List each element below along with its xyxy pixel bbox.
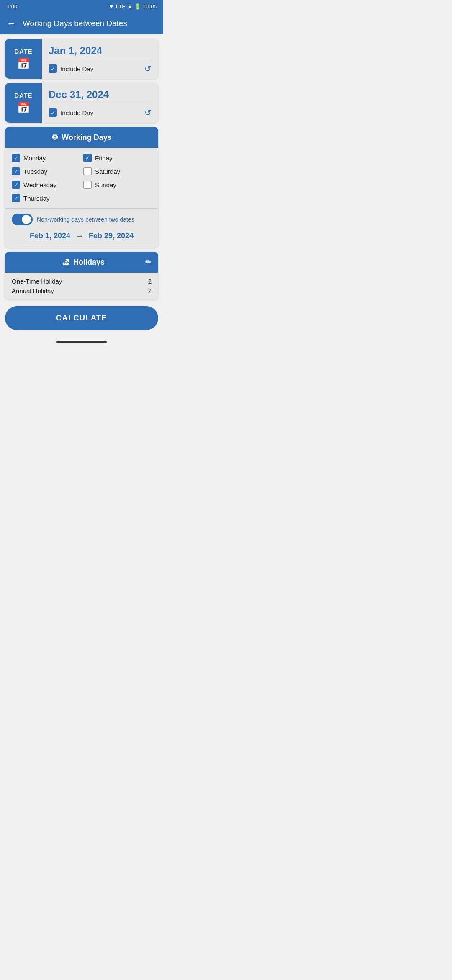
date2-include-label: Include Day: [60, 109, 93, 116]
holiday-annual-label: Annual Holiday: [12, 287, 54, 294]
non-working-label: Non-working days between two dates: [37, 216, 134, 223]
holidays-body: One-Time Holiday 2 Annual Holiday 2: [5, 273, 158, 299]
signal-icon: ▲: [127, 3, 133, 10]
working-days-card: ⚙ Working Days ✓ Monday ✓ Friday ✓ Tuesd…: [5, 127, 158, 248]
range-arrow-icon: →: [75, 231, 84, 241]
date1-card: DATE 📅 Jan 1, 2024 ✓ Include Day ↺: [5, 39, 158, 79]
checkbox-saturday[interactable]: [83, 167, 92, 175]
label-thursday: Thursday: [23, 195, 50, 202]
toggle-row: Non-working days between two dates: [12, 214, 152, 225]
date1-card-left[interactable]: DATE 📅: [5, 39, 42, 79]
battery-icon: 🔋: [134, 3, 141, 10]
checkbox-wednesday[interactable]: ✓: [12, 181, 20, 189]
holidays-header: 🏖 Holidays ✏: [5, 252, 158, 273]
label-saturday: Saturday: [95, 168, 120, 175]
working-days-header: ⚙ Working Days: [5, 127, 158, 148]
checkbox-thursday[interactable]: ✓: [12, 194, 20, 202]
label-monday: Monday: [23, 155, 46, 162]
date1-include-row: ✓ Include Day ↺: [49, 64, 152, 74]
range-from[interactable]: Feb 1, 2024: [30, 232, 70, 240]
date1-calendar-icon: 📅: [17, 57, 30, 70]
day-sunday[interactable]: Sunday: [83, 181, 152, 189]
label-wednesday: Wednesday: [23, 181, 56, 188]
holiday-row-onetime: One-Time Holiday 2: [12, 278, 152, 285]
holidays-card: 🏖 Holidays ✏ One-Time Holiday 2 Annual H…: [5, 252, 158, 299]
label-sunday: Sunday: [95, 181, 116, 188]
holidays-label: Holidays: [73, 258, 105, 267]
days-grid: ✓ Monday ✓ Friday ✓ Tuesday Saturday ✓ W…: [5, 148, 158, 208]
date2-include-checkbox[interactable]: ✓: [49, 108, 57, 117]
date2-include-row: ✓ Include Day ↺: [49, 108, 152, 118]
holiday-annual-count: 2: [148, 287, 152, 294]
date1-include-label: Include Day: [60, 65, 93, 72]
holidays-header-center: 🏖 Holidays: [62, 258, 105, 267]
range-to[interactable]: Feb 29, 2024: [89, 232, 134, 240]
date1-include-checkbox[interactable]: ✓: [49, 64, 57, 73]
date1-card-right: Jan 1, 2024 ✓ Include Day ↺: [42, 39, 158, 79]
label-tuesday: Tuesday: [23, 168, 47, 175]
main-content: DATE 📅 Jan 1, 2024 ✓ Include Day ↺ DATE …: [0, 34, 163, 351]
day-thursday[interactable]: ✓ Thursday: [12, 194, 80, 202]
holidays-edit-icon[interactable]: ✏: [145, 258, 152, 267]
date2-label: DATE: [14, 92, 33, 99]
lte-label: LTE: [116, 3, 126, 10]
home-indicator: [56, 341, 107, 343]
date2-reset-icon[interactable]: ↺: [144, 108, 152, 118]
back-button[interactable]: ←: [7, 18, 16, 29]
working-days-icon: ⚙: [51, 133, 58, 142]
date1-reset-icon[interactable]: ↺: [144, 64, 152, 74]
battery-label: 100%: [143, 3, 157, 10]
date1-value[interactable]: Jan 1, 2024: [49, 45, 152, 59]
toggle-section: Non-working days between two dates Feb 1…: [5, 208, 158, 248]
holiday-onetime-count: 2: [148, 278, 152, 285]
date2-card-right: Dec 31, 2024 ✓ Include Day ↺: [42, 83, 158, 123]
day-saturday[interactable]: Saturday: [83, 167, 152, 175]
app-bar-title: Working Days between Dates: [23, 19, 127, 28]
date-range-row: Feb 1, 2024 → Feb 29, 2024: [12, 230, 152, 242]
holidays-icon: 🏖: [62, 258, 70, 267]
day-friday[interactable]: ✓ Friday: [83, 154, 152, 162]
label-friday: Friday: [95, 155, 113, 162]
status-bar-right: ▼ LTE ▲ 🔋 100%: [109, 3, 157, 10]
non-working-toggle[interactable]: [12, 214, 33, 225]
date1-label: DATE: [14, 48, 33, 55]
working-days-label: Working Days: [62, 133, 112, 142]
date2-include-left: ✓ Include Day: [49, 108, 93, 117]
date2-calendar-icon: 📅: [17, 101, 30, 114]
checkbox-monday[interactable]: ✓: [12, 154, 20, 162]
calculate-button[interactable]: CALCULATE: [5, 306, 158, 330]
date2-card-left[interactable]: DATE 📅: [5, 83, 42, 123]
date1-include-left: ✓ Include Day: [49, 64, 93, 73]
app-bar: ← Working Days between Dates: [0, 13, 163, 34]
date2-card: DATE 📅 Dec 31, 2024 ✓ Include Day ↺: [5, 83, 158, 123]
day-wednesday[interactable]: ✓ Wednesday: [12, 181, 80, 189]
checkbox-friday[interactable]: ✓: [83, 154, 92, 162]
checkbox-tuesday[interactable]: ✓: [12, 167, 20, 175]
wifi-icon: ▼: [109, 3, 114, 10]
day-monday[interactable]: ✓ Monday: [12, 154, 80, 162]
holiday-row-annual: Annual Holiday 2: [12, 287, 152, 294]
date2-value[interactable]: Dec 31, 2024: [49, 89, 152, 103]
status-bar: 1:00 ▼ LTE ▲ 🔋 100%: [0, 0, 163, 13]
day-tuesday[interactable]: ✓ Tuesday: [12, 167, 80, 175]
status-time: 1:00: [7, 3, 17, 10]
checkbox-sunday[interactable]: [83, 181, 92, 189]
holiday-onetime-label: One-Time Holiday: [12, 278, 62, 285]
